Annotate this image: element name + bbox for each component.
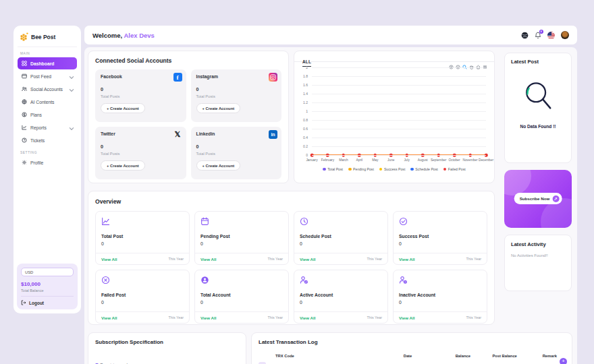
total-posts-label: Total Posts: [101, 94, 181, 98]
period-label: This Year: [268, 257, 283, 261]
logout-button[interactable]: Logout: [21, 297, 74, 305]
user-check-icon: [300, 276, 308, 284]
legend-item[interactable]: Failed Post: [443, 167, 466, 171]
view-all-link[interactable]: View All: [101, 257, 117, 262]
y-tick-label: 1: [306, 109, 308, 113]
dashboard-icon: [22, 61, 27, 66]
sidebar-item-reports[interactable]: Reports: [18, 121, 77, 133]
ai-contents-icon: [22, 99, 27, 104]
twitter-tile: Twitter 𝕏 0 Total Posts + Create Account: [95, 127, 186, 179]
col-balance: Balance: [443, 354, 482, 358]
tile-value: 0: [101, 300, 184, 305]
facebook-create-account-button[interactable]: + Create Account: [101, 103, 145, 113]
view-all-link[interactable]: View All: [200, 315, 216, 320]
y-tick-label: 1.4: [303, 92, 308, 96]
tile-title: Failed Post: [101, 293, 184, 297]
sidebar-item-dashboard[interactable]: Dashboard: [18, 57, 77, 69]
tile-value: 0: [200, 300, 283, 305]
sidebar-item-label: Tickets: [30, 138, 45, 143]
posts-chart-card: ALL 21.81.61.41.210.80.60.40.20 JanuaryF…: [294, 51, 495, 183]
period-label: This Year: [169, 315, 184, 320]
linkedin-create-account-button[interactable]: + Create Account: [196, 160, 241, 171]
legend-item[interactable]: Total Post: [323, 167, 343, 171]
linkedin-name: Linkedin: [196, 131, 277, 136]
subscribe-banner[interactable]: Subscribe Now ↗: [504, 170, 572, 228]
x-axis: JanuaryFebruaryMarchAprilMayJuneJulyAugu…: [312, 158, 486, 164]
add-transaction-button[interactable]: +: [560, 358, 567, 364]
sidebar-item-label: Dashboard: [30, 61, 55, 66]
x-tick-label: December: [479, 158, 493, 162]
gridline: [312, 120, 486, 121]
facebook-name: Facebook: [101, 74, 181, 79]
col-trx-code: TRX Code: [259, 354, 372, 358]
check-circle-icon: [399, 217, 408, 226]
currency-select[interactable]: USD: [21, 268, 74, 276]
sidebar-item-tickets[interactable]: Tickets: [18, 134, 77, 146]
success-post-tile: Success Post 0 View AllThis Year: [393, 211, 487, 265]
bee-logo-icon: [19, 32, 28, 42]
total-post-tile: Total Post 0 View AllThis Year: [95, 211, 190, 265]
sidebar: Bee Post MAIN Dashboard Post Feed Social…: [14, 26, 81, 313]
tile-title: Schedule Post: [300, 234, 382, 239]
latest-post-card: Latest Post No Data Found !!: [504, 53, 572, 163]
subscribe-now-button[interactable]: Subscribe Now ↗: [514, 193, 562, 204]
calendar-icon: [200, 217, 209, 226]
total-posts-label: Total Posts: [196, 94, 277, 98]
view-all-link[interactable]: View All: [101, 315, 117, 320]
brand-logo[interactable]: Bee Post: [18, 30, 77, 47]
view-all-link[interactable]: View All: [300, 257, 315, 262]
y-tick-label: 0.4: [303, 135, 308, 140]
legend-item[interactable]: Success Post: [379, 167, 405, 171]
tile-title: Total Post: [101, 234, 184, 239]
instagram-total: 0: [196, 86, 277, 92]
latest-transaction-log-card: Latest Transaction Log TRX Code Date Bal…: [251, 332, 572, 364]
sidebar-item-ai-contents[interactable]: AI Contents: [18, 96, 77, 108]
col-date: Date: [372, 354, 443, 358]
schedule-post-tile: Schedule Post 0 View AllThis Year: [294, 211, 388, 265]
x-tick-label: May: [372, 158, 378, 162]
user-avatar[interactable]: [561, 31, 569, 39]
latest-activity-title: Latest Activity: [511, 241, 565, 247]
view-all-link[interactable]: View All: [399, 315, 414, 320]
legend-item[interactable]: Schedule Post: [410, 167, 437, 171]
period-label: This Year: [367, 257, 382, 261]
y-tick-label: 0.2: [303, 144, 308, 148]
sidebar-item-profile[interactable]: Profile: [18, 156, 77, 169]
language-flag-icon[interactable]: [547, 32, 555, 39]
period-label: This Year: [367, 315, 382, 320]
view-all-link[interactable]: View All: [300, 315, 315, 320]
x-tick-label: February: [321, 158, 334, 162]
tile-title: Success Post: [399, 234, 481, 239]
y-tick-label: 1.6: [303, 83, 308, 87]
y-tick-label: 1.2: [303, 100, 308, 104]
notification-bell-icon[interactable]: 0: [535, 32, 541, 39]
plans-icon: [22, 112, 27, 117]
overview-grid: Total Post 0 View AllThis Year Pending P…: [95, 211, 487, 324]
transaction-log-title: Latest Transaction Log: [252, 339, 572, 345]
y-axis: 21.81.61.41.210.80.60.40.20: [296, 67, 310, 155]
twitter-create-account-button[interactable]: + Create Account: [101, 160, 145, 171]
latest-post-title: Latest Post: [511, 59, 565, 65]
user-circle-icon: [200, 276, 209, 284]
tile-title: Inactive Account: [399, 293, 481, 297]
tile-value: 0: [101, 241, 184, 246]
instagram-tile: Instagram 0 Total Posts + Create Account: [191, 69, 282, 122]
globe-icon[interactable]: [521, 32, 529, 39]
sidebar-item-post-feed[interactable]: Post Feed: [18, 70, 77, 82]
sidebar-item-social-accounts[interactable]: Social Accounts: [18, 83, 77, 95]
sidebar-item-plans[interactable]: Plans: [18, 109, 77, 121]
total-account-tile: Total Account 0 View AllThis Year: [194, 270, 289, 324]
gridline: [312, 102, 486, 103]
instagram-create-account-button[interactable]: + Create Account: [196, 103, 241, 113]
post-feed-icon: [22, 73, 27, 79]
active-account-tile: Active Account 0 View AllThis Year: [294, 270, 388, 324]
col-remark: Remark: [527, 354, 557, 358]
x-tick-label: March: [339, 158, 348, 162]
view-all-link[interactable]: View All: [200, 257, 216, 262]
logout-icon: [21, 300, 26, 305]
period-label: This Year: [466, 315, 481, 320]
view-all-link[interactable]: View All: [399, 257, 414, 262]
legend-item[interactable]: Pending Post: [348, 167, 374, 171]
balance-amount: $10,000: [21, 281, 74, 287]
currency-value: USD: [25, 270, 33, 274]
